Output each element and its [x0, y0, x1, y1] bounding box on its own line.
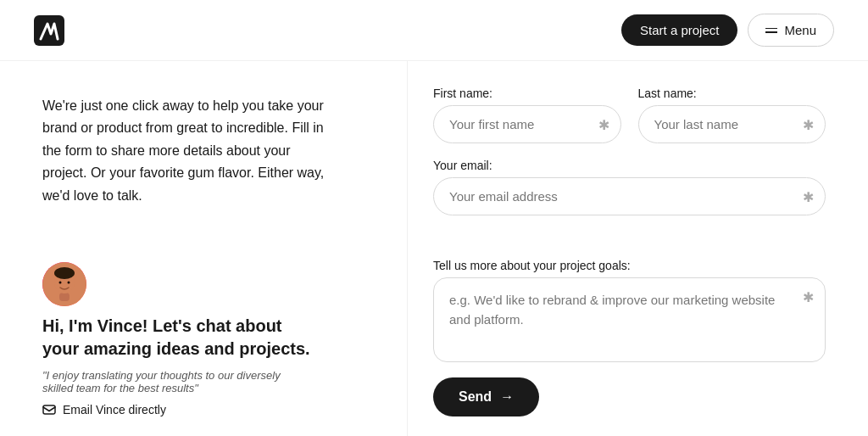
project-wrapper: ✱	[433, 277, 826, 362]
email-label: Email Vince directly	[63, 403, 166, 416]
first-name-input[interactable]	[433, 105, 621, 143]
main-content: We're just one click away to help you ta…	[0, 61, 868, 436]
person-section: Hi, I'm Vince! Let's chat about your ama…	[42, 262, 364, 416]
last-name-wrapper: ✱	[638, 105, 826, 143]
avatar	[42, 262, 86, 306]
first-name-wrapper: ✱	[433, 105, 621, 143]
contact-form: First name: ✱ Last name: ✱ Your email: ✱	[407, 61, 868, 436]
start-project-button[interactable]: Start a project	[621, 14, 737, 46]
svg-rect-2	[59, 293, 70, 301]
email-label: Your email:	[433, 159, 826, 172]
email-vince-link[interactable]: Email Vince directly	[42, 403, 364, 416]
svg-point-5	[59, 282, 62, 284]
header-actions: Start a project Menu	[621, 14, 834, 47]
name-row: First name: ✱ Last name: ✱	[433, 87, 826, 143]
last-name-label: Last name:	[638, 87, 826, 100]
svg-point-4	[54, 267, 75, 279]
project-group: Tell us more about your project goals: ✱	[433, 259, 826, 362]
email-wrapper: ✱	[433, 177, 826, 215]
email-icon	[42, 403, 56, 416]
first-name-label: First name:	[433, 87, 621, 100]
person-name: Hi, I'm Vince! Let's chat about your ama…	[42, 315, 314, 361]
logo	[34, 15, 64, 46]
email-input[interactable]	[433, 177, 826, 215]
intro-paragraph: We're just one click away to help you ta…	[42, 95, 331, 207]
person-quote: "I enjoy translating your thoughts to ou…	[42, 369, 297, 394]
last-name-group: Last name: ✱	[638, 87, 826, 143]
menu-label: Menu	[784, 23, 816, 37]
send-button[interactable]: Send →	[433, 377, 539, 416]
last-name-input[interactable]	[638, 105, 826, 143]
header: Start a project Menu	[0, 0, 868, 61]
svg-point-6	[68, 282, 70, 284]
arrow-right-icon: →	[500, 389, 514, 405]
menu-button[interactable]: Menu	[748, 14, 834, 47]
left-panel: We're just one click away to help you ta…	[0, 61, 407, 436]
project-label: Tell us more about your project goals:	[433, 259, 826, 272]
send-label: Send	[459, 389, 492, 405]
project-textarea[interactable]	[433, 277, 826, 362]
svg-rect-7	[43, 405, 55, 414]
first-name-group: First name: ✱	[433, 87, 621, 143]
email-group: Your email: ✱	[433, 159, 826, 243]
hamburger-icon	[765, 28, 777, 33]
